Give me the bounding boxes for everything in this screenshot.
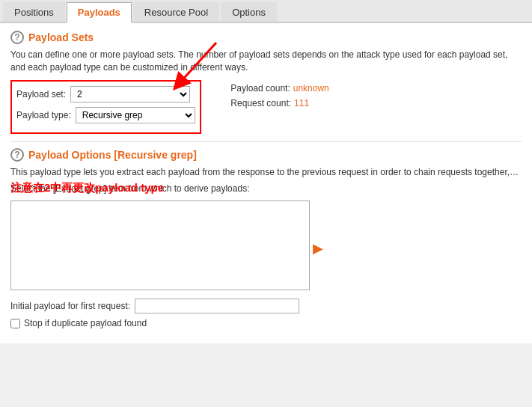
payload-sets-forms: Payload set: 2 1 Payload type: Recursive…	[10, 80, 522, 134]
payload-sets-description: You can define one or more payload sets.…	[10, 49, 522, 74]
tab-positions[interactable]: Positions	[3, 2, 65, 22]
payload-sets-help-icon[interactable]: ?	[10, 31, 24, 44]
tab-bar: Positions Payloads Resource Pool Options	[0, 0, 532, 23]
main-content: ? Payload Sets You can define one or mor…	[0, 23, 532, 343]
extract-grep-listbox[interactable]	[10, 201, 310, 290]
payload-set-row: Payload set: 2 1	[16, 86, 195, 102]
request-count-row: Request count: 111	[215, 98, 328, 108]
payload-options-description: This payload type lets you extract each …	[10, 166, 519, 179]
payload-set-select[interactable]: 2 1	[70, 86, 190, 102]
payload-options-section: ? Payload Options [Recursive grep] This …	[10, 148, 522, 329]
payload-set-label: Payload set:	[16, 89, 66, 100]
initial-payload-label: Initial payload for first request:	[10, 301, 130, 311]
stop-duplicate-checkbox[interactable]	[10, 319, 20, 328]
initial-payload-input[interactable]	[135, 299, 299, 313]
list-box-arrow-icon: ▶	[313, 240, 323, 257]
payload-type-label: Payload type:	[16, 110, 71, 120]
payload-count-row: Payload count: unknown	[215, 83, 328, 94]
stop-duplicate-label: Stop if duplicate payload found	[24, 318, 147, 328]
request-count-value: 111	[294, 98, 309, 108]
payload-type-row: Payload type: Recursive grep Simple list…	[16, 107, 195, 123]
payload-count-label: Payload count:	[230, 83, 290, 94]
payload-options-title: Payload Options [Recursive grep]	[28, 149, 197, 161]
payload-count-value: unknown	[293, 83, 329, 94]
payload-type-select[interactable]: Recursive grep Simple list Runtime file …	[76, 107, 195, 123]
payload-options-help-icon[interactable]: ?	[10, 148, 24, 162]
payload-options-header: ? Payload Options [Recursive grep]	[10, 148, 522, 162]
extract-label: Select the [Extract grep] item from whic…	[10, 183, 249, 195]
payload-sets-header: ? Payload Sets	[10, 31, 522, 44]
request-count-label: Request count:	[230, 98, 291, 108]
payload-controls-box: Payload set: 2 1 Payload type: Recursive…	[10, 80, 201, 134]
payload-sets-section: ? Payload Sets You can define one or mor…	[10, 31, 522, 134]
tab-options[interactable]: Options	[221, 2, 277, 22]
tab-resource-pool[interactable]: Resource Pool	[133, 2, 219, 22]
section-divider	[10, 141, 522, 142]
initial-payload-row: Initial payload for first request:	[10, 299, 522, 313]
stop-duplicate-row: Stop if duplicate payload found	[10, 318, 522, 328]
list-box-container: ▶	[10, 201, 310, 296]
payload-sets-title: Payload Sets	[28, 31, 94, 43]
tab-payloads[interactable]: Payloads	[67, 2, 132, 23]
